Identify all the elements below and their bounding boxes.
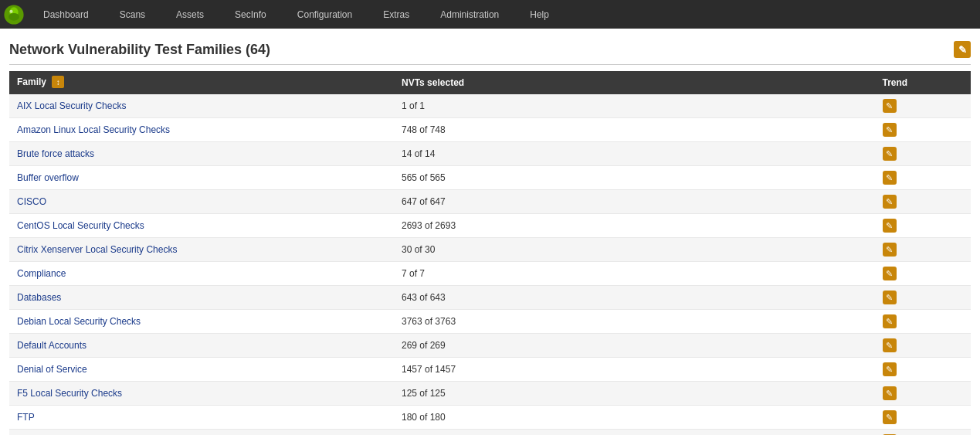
trend-edit-icon[interactable] — [883, 243, 897, 257]
family-link[interactable]: Citrix Xenserver Local Security Checks — [17, 244, 177, 255]
nav-secinfo[interactable]: SecInfo — [219, 0, 282, 29]
nav-dashboard[interactable]: Dashboard — [28, 0, 104, 29]
family-cell: Denial of Service — [9, 358, 394, 382]
family-cell: CISCO — [9, 190, 394, 214]
nvts-cell: 30 of 30 — [394, 238, 875, 262]
nvts-cell: 3763 of 3763 — [394, 310, 875, 334]
family-cell: Fedora Local Security Checks — [9, 430, 394, 436]
nav-help[interactable]: Help — [514, 0, 565, 29]
family-link[interactable]: CISCO — [17, 196, 46, 207]
nvts-cell: 180 of 180 — [394, 406, 875, 430]
trend-edit-icon[interactable] — [883, 99, 897, 113]
table-row: Buffer overflow565 of 565 — [9, 166, 971, 190]
family-cell: Brute force attacks — [9, 142, 394, 166]
nav-extras[interactable]: Extras — [368, 0, 425, 29]
family-cell: Default Accounts — [9, 334, 394, 358]
family-cell: F5 Local Security Checks — [9, 382, 394, 406]
family-column-header: Family — [9, 71, 394, 94]
trend-cell — [875, 94, 972, 118]
trend-edit-icon[interactable] — [883, 171, 897, 185]
family-link[interactable]: Denial of Service — [17, 364, 87, 375]
trend-cell — [875, 382, 972, 406]
nvts-cell: 1 of 1 — [394, 94, 875, 118]
nvts-cell: 7 of 7 — [394, 262, 875, 286]
family-link[interactable]: Amazon Linux Local Security Checks — [17, 124, 170, 135]
table-row: Amazon Linux Local Security Checks748 of… — [9, 118, 971, 142]
trend-edit-icon[interactable] — [883, 410, 897, 424]
trend-cell — [875, 334, 972, 358]
navbar-items: Dashboard Scans Assets SecInfo Configura… — [28, 0, 980, 29]
nvts-cell: 269 of 269 — [394, 334, 875, 358]
family-link[interactable]: Buffer overflow — [17, 172, 79, 183]
trend-cell — [875, 166, 972, 190]
table-row: CISCO647 of 647 — [9, 190, 971, 214]
trend-edit-icon[interactable] — [883, 267, 897, 280]
family-link[interactable]: Default Accounts — [17, 340, 86, 351]
nvts-cell: 125 of 125 — [394, 382, 875, 406]
family-link[interactable]: FTP — [17, 412, 35, 423]
nvts-cell: 2693 of 2693 — [394, 214, 875, 238]
table-row: AIX Local Security Checks1 of 1 — [9, 94, 971, 118]
nvts-column-header: NVTs selected — [394, 71, 875, 94]
table-row: Fedora Local Security Checks12804 of 128… — [9, 430, 971, 436]
nav-scans[interactable]: Scans — [104, 0, 161, 29]
family-link[interactable]: Brute force attacks — [17, 148, 94, 159]
table-row: Debian Local Security Checks3763 of 3763 — [9, 310, 971, 334]
trend-edit-icon[interactable] — [883, 314, 897, 328]
family-link[interactable]: Debian Local Security Checks — [17, 316, 141, 327]
app-logo[interactable] — [0, 0, 28, 29]
trend-cell — [875, 430, 972, 436]
table-row: Citrix Xenserver Local Security Checks30… — [9, 238, 971, 262]
table-row: FTP180 of 180 — [9, 406, 971, 430]
trend-edit-icon[interactable] — [883, 386, 897, 400]
nav-administration[interactable]: Administration — [425, 0, 514, 29]
family-cell: Compliance — [9, 262, 394, 286]
family-link[interactable]: Databases — [17, 292, 61, 303]
page-edit-icon[interactable] — [954, 41, 971, 58]
family-cell: Buffer overflow — [9, 166, 394, 190]
trend-edit-icon[interactable] — [883, 291, 897, 304]
table-row: Compliance7 of 7 — [9, 262, 971, 286]
trend-edit-icon[interactable] — [883, 147, 897, 161]
trend-cell — [875, 262, 972, 286]
family-link[interactable]: CentOS Local Security Checks — [17, 220, 144, 231]
family-sort-icon[interactable] — [52, 76, 64, 88]
table-row: Default Accounts269 of 269 — [9, 334, 971, 358]
navbar: Dashboard Scans Assets SecInfo Configura… — [0, 0, 980, 29]
nvt-families-table: Family NVTs selected Trend AIX Local Sec… — [9, 71, 971, 435]
family-link[interactable]: Compliance — [17, 268, 66, 279]
table-row: Databases643 of 643 — [9, 286, 971, 310]
trend-edit-icon[interactable] — [883, 123, 897, 137]
trend-cell — [875, 310, 972, 334]
table-body: AIX Local Security Checks1 of 1Amazon Li… — [9, 94, 971, 435]
trend-cell — [875, 238, 972, 262]
trend-column-header: Trend — [875, 71, 972, 94]
page-title: Network Vulnerability Test Families (64) — [9, 42, 270, 58]
trend-cell — [875, 118, 972, 142]
trend-cell — [875, 406, 972, 430]
table-row: CentOS Local Security Checks2693 of 2693 — [9, 214, 971, 238]
nvts-cell: 14 of 14 — [394, 142, 875, 166]
family-link[interactable]: AIX Local Security Checks — [17, 100, 126, 111]
trend-cell — [875, 358, 972, 382]
family-cell: Debian Local Security Checks — [9, 310, 394, 334]
nvts-cell: 12804 of 12804 — [394, 430, 875, 436]
nvts-cell: 647 of 647 — [394, 190, 875, 214]
nvts-cell: 565 of 565 — [394, 166, 875, 190]
page-title-bar: Network Vulnerability Test Families (64) — [9, 35, 971, 65]
family-cell: FTP — [9, 406, 394, 430]
trend-edit-icon[interactable] — [883, 195, 897, 209]
nvts-cell: 643 of 643 — [394, 286, 875, 310]
trend-edit-icon[interactable] — [883, 219, 897, 233]
family-link[interactable]: F5 Local Security Checks — [17, 388, 122, 399]
family-cell: CentOS Local Security Checks — [9, 214, 394, 238]
trend-edit-icon[interactable] — [883, 362, 897, 376]
trend-cell — [875, 214, 972, 238]
trend-cell — [875, 142, 972, 166]
svg-point-2 — [8, 12, 19, 20]
trend-edit-icon[interactable] — [883, 338, 897, 352]
table-header-row: Family NVTs selected Trend — [9, 71, 971, 94]
nav-configuration[interactable]: Configuration — [282, 0, 368, 29]
family-cell: Databases — [9, 286, 394, 310]
nav-assets[interactable]: Assets — [161, 0, 219, 29]
